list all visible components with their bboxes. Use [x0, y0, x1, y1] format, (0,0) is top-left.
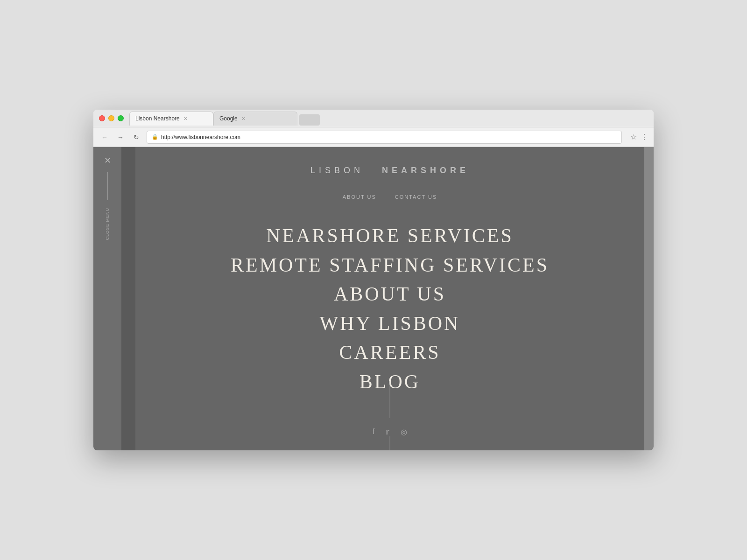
- url-text: http://www.lisbonnearshore.com: [161, 134, 240, 140]
- menu-overlay: LISBON NEARSHORE ABOUT US CONTACT US NEA…: [135, 147, 644, 450]
- twitter-icon[interactable]: 𝕣: [386, 427, 389, 436]
- traffic-lights: [99, 115, 124, 121]
- url-actions: ☆ ⋮: [630, 133, 648, 141]
- side-strip: ✕ Close Menu: [93, 147, 121, 450]
- top-nav: ABOUT US CONTACT US: [343, 194, 437, 200]
- top-nav-contact-us[interactable]: CONTACT US: [395, 194, 437, 200]
- webpage: ✕ Close Menu LISBON NEARSHORE ABOUT US C…: [93, 147, 654, 450]
- image-strip: [121, 147, 135, 450]
- nav-careers[interactable]: CAREERS: [339, 340, 440, 365]
- close-menu-label[interactable]: Close Menu: [105, 208, 110, 240]
- instagram-icon[interactable]: ◎: [401, 427, 407, 436]
- logo-part2: NEARSHORE: [382, 166, 469, 175]
- social-line-bottom: [389, 436, 390, 450]
- top-nav-about-us[interactable]: ABOUT US: [343, 194, 376, 200]
- side-divider: [107, 172, 108, 200]
- tab-close-icon-2[interactable]: ✕: [241, 116, 246, 122]
- tab-lisbon-nearshore[interactable]: Lisbon Nearshore ✕: [129, 112, 213, 126]
- main-nav: NEARSHORE SERVICES REMOTE STAFFING SERVI…: [231, 223, 549, 404]
- right-strip: [644, 147, 654, 450]
- social-section: f 𝕣 ◎: [373, 418, 407, 436]
- nav-about-us[interactable]: ABOUT US: [334, 281, 446, 307]
- tab-google[interactable]: Google ✕: [213, 112, 297, 126]
- back-button[interactable]: ←: [99, 132, 110, 143]
- facebook-icon[interactable]: f: [373, 427, 374, 436]
- maximize-button[interactable]: [118, 115, 124, 121]
- close-button[interactable]: [99, 115, 105, 121]
- forward-button[interactable]: →: [115, 132, 126, 143]
- nav-nearshore-services[interactable]: NEARSHORE SERVICES: [266, 223, 514, 249]
- address-bar: ← → ↻ 🔒 http://www.lisbonnearshore.com ☆…: [93, 127, 654, 147]
- site-logo: LISBON NEARSHORE: [310, 166, 469, 175]
- nav-remote-staffing[interactable]: REMOTE STAFFING SERVICES: [231, 252, 549, 278]
- browser-window: Lisbon Nearshore ✕ Google ✕ ← → ↻ 🔒 http…: [93, 110, 654, 450]
- lock-icon: 🔒: [152, 134, 158, 140]
- social-icons: f 𝕣 ◎: [373, 427, 407, 436]
- nav-why-lisbon[interactable]: WHY LISBON: [320, 311, 460, 336]
- url-bar[interactable]: 🔒 http://www.lisbonnearshore.com: [147, 131, 622, 144]
- tabs-bar: Lisbon Nearshore ✕ Google ✕: [129, 112, 648, 126]
- tab-title: Lisbon Nearshore: [135, 115, 180, 122]
- close-menu-x-icon[interactable]: ✕: [104, 156, 111, 165]
- title-bar: Lisbon Nearshore ✕ Google ✕: [93, 110, 654, 127]
- more-options-icon[interactable]: ⋮: [641, 133, 648, 141]
- refresh-button[interactable]: ↻: [131, 132, 142, 143]
- logo-part1: LISBON: [310, 166, 364, 175]
- bookmark-icon[interactable]: ☆: [630, 133, 637, 141]
- tab-close-icon[interactable]: ✕: [183, 116, 188, 122]
- minimize-button[interactable]: [108, 115, 114, 121]
- new-tab-button[interactable]: [299, 114, 320, 126]
- tab-title-2: Google: [219, 115, 238, 122]
- social-line-top: [389, 381, 390, 418]
